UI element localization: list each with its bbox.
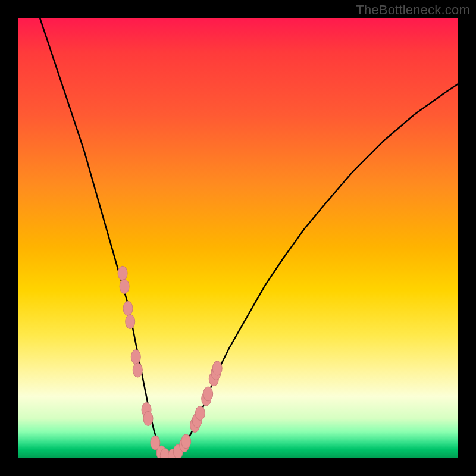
bead-marker (126, 315, 135, 329)
chart-frame: TheBottleneck.com (0, 0, 476, 476)
bead-marker (195, 406, 205, 421)
bead-marker (181, 434, 191, 449)
plot-area (18, 18, 458, 458)
watermark-text: TheBottleneck.com (356, 2, 470, 18)
bead-marker (123, 301, 133, 315)
bead-marker (118, 266, 127, 280)
bottleneck-curve-svg (18, 18, 458, 458)
bead-marker (143, 411, 153, 425)
curve-beads (118, 266, 222, 458)
curve-path (40, 18, 458, 458)
bead-marker (203, 387, 213, 401)
bead-marker (120, 279, 129, 293)
bead-marker (131, 350, 140, 364)
bead-marker (212, 361, 222, 375)
bead-marker (133, 363, 142, 377)
